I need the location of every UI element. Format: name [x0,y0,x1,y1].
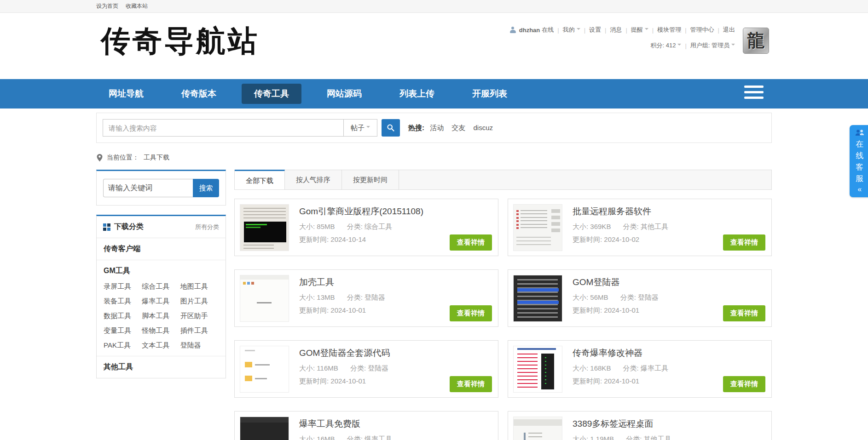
menu-admin-center[interactable]: 管理中心 [690,26,714,34]
search-button[interactable] [382,119,400,137]
category-gm-tools[interactable]: GM工具 [104,266,219,276]
nav-item-legend-versions[interactable]: 传奇版本 [169,79,229,109]
view-detail-button[interactable]: 查看祥情 [450,234,492,251]
download-card: 3389多标签远程桌面 大小: 1.19MB 分类: 其他工具 更新时间: 查看… [508,411,772,440]
source-folders-screenshot[interactable] [240,346,289,393]
location-pin-icon [96,154,103,162]
cat-link[interactable]: PAK工具 [104,341,142,350]
menu-notifications[interactable]: 提醒 [631,26,643,34]
card-title[interactable]: 爆率工具免费版 [299,418,360,430]
card-meta: 大小: 168KB 分类: 爆率工具 [573,364,668,373]
keyword-input[interactable] [103,179,193,197]
tab-by-update-time[interactable]: 按更新时间 [342,170,399,189]
category-legend-client[interactable]: 传奇客户端 [104,244,219,254]
user-status: 在线 [542,26,554,34]
search-input[interactable] [103,119,343,137]
remote-3389-screenshot[interactable] [513,417,562,440]
sidebar-search-button[interactable]: 搜索 [193,179,219,197]
rate-modifier-screenshot[interactable] [513,346,562,393]
breadcrumb-current[interactable]: 工具下载 [144,154,169,162]
search-type-select[interactable]: 帖子 [343,119,377,137]
breadcrumb: 当前位置： 工具下载 [96,152,772,164]
site-logo[interactable]: 传奇导航站 [101,21,260,61]
hamburger-menu-icon[interactable] [744,86,764,102]
online-service-widget[interactable]: 在 线 客 服 « [850,125,868,197]
view-detail-button[interactable]: 查看祥情 [450,305,492,321]
category-other-tools[interactable]: 其他工具 [104,362,219,372]
shell-tool-screenshot[interactable] [240,275,289,322]
category-group-client: 传奇客户端 [97,238,226,260]
download-card: GOM登陆器 大小: 56MB 分类: 登陆器 更新时间: 2024-10-01… [508,269,772,327]
menu-mine[interactable]: 我的 [563,26,575,34]
card-updated: 更新时间: 2024-10-14 [299,235,366,244]
service-text: 线 [850,150,868,161]
remote-batch-screenshot[interactable] [513,204,562,251]
main-content: 全部下载 按人气排序 按更新时间 Gom引擎商业版程序(20151108) 大小… [234,170,772,440]
hot-link-friends[interactable]: 交友 [451,124,465,131]
all-categories-link[interactable]: 所有分类 [195,223,219,231]
nav-item-site-source[interactable]: 网站源码 [314,79,374,109]
download-card: Gom引擎商业版程序(20151108) 大小: 85MB 分类: 综合工具 更… [234,199,498,256]
nav-item-legend-tools[interactable]: 传奇工具 [242,84,301,104]
sidebar-search-panel: 搜索 [96,170,226,206]
card-title[interactable]: 传奇爆率修改神器 [573,347,642,359]
divider: | [685,42,686,49]
nav-item-list-upload[interactable]: 列表上传 [387,79,447,109]
cat-link[interactable]: 脚本工具 [142,312,180,320]
cat-link[interactable]: 怪物工具 [142,326,180,335]
download-categories-panel: 下载分类 所有分类 传奇客户端 GM工具 录屏工具 综合工具 地图工具 装备工具… [96,215,226,378]
user-icon [510,27,516,33]
cat-link[interactable]: 登陆器 [180,341,219,350]
card-title[interactable]: Gom引擎商业版程序(20151108) [299,206,423,217]
cat-link[interactable]: 地图工具 [180,282,219,291]
menu-messages[interactable]: 消息 [610,26,622,34]
nav-item-server-list[interactable]: 开服列表 [460,79,520,109]
bookmark-site-link[interactable]: 收藏本站 [126,2,148,10]
set-homepage-link[interactable]: 设为首页 [96,2,118,10]
breadcrumb-label: 当前位置： [107,154,139,162]
card-title[interactable]: 3389多标签远程桌面 [573,418,653,430]
tab-by-popularity[interactable]: 按人气排序 [285,170,342,189]
cat-link[interactable]: 综合工具 [142,282,180,291]
card-updated: 更新时间: 2024-10-01 [573,306,639,315]
card-title[interactable]: GOM登陆器 [573,276,619,288]
card-updated: 更新时间: 2024-10-01 [573,377,639,386]
view-detail-button[interactable]: 查看祥情 [723,234,765,251]
username-link[interactable]: dhzhan [519,27,540,34]
card-title[interactable]: 批量远程服务器软件 [573,206,651,217]
cat-link[interactable]: 变量工具 [104,326,142,335]
divider: | [685,27,686,34]
menu-settings[interactable]: 设置 [589,26,601,34]
card-title[interactable]: GOM登陆器全套源代码 [299,347,390,359]
user-menu-row: dhzhan 在线 | 我的 | 设置 | 消息 | 提醒 | 模块管理 | 管… [510,24,735,36]
cat-link[interactable]: 开区助手 [180,312,219,320]
cat-link[interactable]: 爆率工具 [142,297,180,306]
chevron-down-icon [645,28,648,32]
view-detail-button[interactable]: 查看祥情 [450,376,492,392]
cat-link[interactable]: 数据工具 [104,312,142,320]
avatar[interactable]: 龍 [743,28,769,54]
credits-dropdown[interactable]: 积分: 412 [650,41,676,50]
category-group-gm-tools: GM工具 录屏工具 综合工具 地图工具 装备工具 爆率工具 图片工具 数据工具 … [97,260,226,356]
menu-logout[interactable]: 退出 [723,26,735,34]
user-block: dhzhan 在线 | 我的 | 设置 | 消息 | 提醒 | 模块管理 | 管… [510,24,735,51]
service-text: 客 [850,161,868,173]
gom-login-screenshot[interactable] [513,275,562,322]
cat-link[interactable]: 图片工具 [180,297,219,306]
tab-all-downloads[interactable]: 全部下载 [235,170,285,189]
hot-link-discuz[interactable]: discuz [474,124,493,131]
view-detail-button[interactable]: 查看祥情 [723,305,765,321]
hot-link-activity[interactable]: 活动 [430,124,444,131]
cat-link[interactable]: 插件工具 [180,326,219,335]
card-title[interactable]: 加壳工具 [299,276,334,288]
usergroup-dropdown[interactable]: 用户组: 管理员 [690,41,729,50]
nav-item-url-nav[interactable]: 网址导航 [96,79,156,109]
view-detail-button[interactable]: 查看祥情 [723,376,765,392]
gom-engine-screenshot[interactable] [240,204,289,251]
cat-link[interactable]: 文本工具 [142,341,180,350]
cat-link[interactable]: 录屏工具 [104,282,142,291]
menu-module-admin[interactable]: 模块管理 [657,26,681,34]
rate-free-screenshot[interactable] [240,417,289,440]
sidebar: 搜索 下载分类 所有分类 传奇客户端 GM工具 录屏工具 综合工具 地图工具 [96,170,226,378]
cat-link[interactable]: 装备工具 [104,297,142,306]
